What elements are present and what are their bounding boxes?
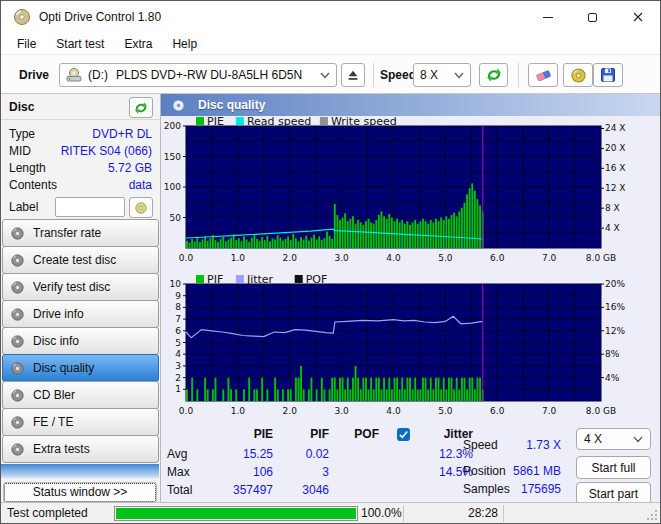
- svg-text:8%: 8%: [605, 349, 620, 359]
- svg-text:4.0: 4.0: [386, 253, 401, 263]
- svg-text:7.0: 7.0: [542, 253, 557, 263]
- progress-percent: 100.0%: [361, 506, 402, 520]
- svg-text:16 X: 16 X: [605, 163, 625, 173]
- position-stat-value: 5861 MB: [491, 464, 561, 479]
- speed-stat-value: 1.73 X: [491, 438, 561, 453]
- sidebar-item-label: FE / TE: [33, 415, 73, 429]
- disc-icon: [10, 388, 25, 403]
- svg-text:20 X: 20 X: [605, 143, 625, 153]
- svg-text:8: 8: [175, 302, 181, 312]
- window-title: Opti Drive Control 1.80: [39, 10, 161, 24]
- disc-icon: [10, 280, 25, 295]
- sidebar-item-label: Create test disc: [33, 253, 116, 267]
- label-input[interactable]: [55, 197, 125, 217]
- close-button[interactable]: [615, 1, 660, 33]
- svg-text:2.0: 2.0: [283, 406, 298, 416]
- speed-select[interactable]: 8 X: [413, 63, 471, 87]
- minimize-button[interactable]: [525, 1, 570, 33]
- max-pie: 106: [211, 465, 273, 480]
- svg-text:4 X: 4 X: [605, 223, 620, 233]
- sidebar-item-label: CD Bler: [33, 388, 75, 402]
- sidebar-item-transfer-rate[interactable]: Transfer rate: [2, 219, 159, 247]
- app-window: Opti Drive Control 1.80 File Start test …: [0, 0, 661, 524]
- status-window-button[interactable]: Status window >>: [4, 483, 156, 502]
- sidebar-item-label: Disc quality: [33, 361, 94, 375]
- erase-disc-button[interactable]: [528, 63, 558, 87]
- max-pif: 3: [279, 465, 329, 480]
- svg-text:200: 200: [164, 121, 181, 131]
- eject-button[interactable]: [341, 63, 365, 87]
- close-icon: [633, 12, 643, 22]
- disc-icon: [10, 253, 25, 268]
- svg-text:1: 1: [175, 384, 181, 394]
- svg-text:3: 3: [175, 361, 181, 371]
- sidebar-item-drive-info[interactable]: Drive info: [2, 300, 159, 328]
- svg-text:100: 100: [164, 182, 181, 192]
- svg-text:7: 7: [175, 314, 181, 324]
- svg-text:6.0: 6.0: [490, 406, 505, 416]
- sidebar-item-fe-te[interactable]: FE / TE: [2, 408, 159, 436]
- left-panel: Disc Type DVD+R DL MID RITEK S04 (066) L…: [1, 94, 161, 502]
- svg-text:8.0 GB: 8.0 GB: [586, 406, 616, 416]
- disc-icon: [10, 226, 25, 241]
- field-mid-value: RITEK S04 (066): [61, 144, 152, 158]
- svg-text:150: 150: [164, 152, 181, 162]
- main-header-title: Disc quality: [198, 98, 265, 112]
- speed-label: Speed: [380, 68, 416, 82]
- disc-quality-icon: [171, 98, 186, 113]
- field-mid: MID RITEK S04 (066): [9, 144, 152, 160]
- menu-extra[interactable]: Extra: [114, 35, 162, 53]
- sidebar-item-verify-test-disc[interactable]: Verify test disc: [2, 273, 159, 301]
- svg-text:3.0: 3.0: [334, 406, 349, 416]
- menu-start-test[interactable]: Start test: [46, 35, 114, 53]
- disc-icon: [134, 201, 148, 215]
- svg-text:50: 50: [170, 213, 182, 223]
- jitter-checkbox[interactable]: [397, 428, 410, 441]
- drive-icon: [66, 67, 82, 83]
- sidebar-item-disc-quality[interactable]: Disc quality: [2, 354, 159, 382]
- field-type: Type DVD+R DL: [9, 127, 152, 143]
- elapsed-time: 28:28: [411, 506, 498, 520]
- eject-icon: [346, 68, 360, 82]
- refresh-button[interactable]: [479, 63, 508, 87]
- drive-select[interactable]: (D:) PLDS DVD+-RW DU-8A5LH 6D5N: [59, 63, 337, 87]
- resize-grip[interactable]: [646, 509, 658, 521]
- stats-row-avg-label: Avg: [167, 447, 187, 462]
- maximize-button[interactable]: [570, 1, 615, 33]
- svg-text:16%: 16%: [605, 302, 625, 312]
- disc-icon: [10, 361, 25, 376]
- burn-disc-button[interactable]: [563, 63, 593, 87]
- svg-text:12 X: 12 X: [605, 183, 625, 193]
- app-disc-icon: [13, 8, 31, 26]
- total-pie: 357497: [211, 483, 273, 498]
- sidebar-item-extra-tests[interactable]: Extra tests: [2, 435, 159, 463]
- menu-bar: File Start test Extra Help: [1, 33, 660, 54]
- sidebar-item-create-test-disc[interactable]: Create test disc: [2, 246, 159, 274]
- test-speed-select[interactable]: 4 X: [576, 428, 651, 450]
- svg-text:5.0: 5.0: [438, 406, 453, 416]
- disc-refresh-button[interactable]: [129, 97, 153, 118]
- sidebar-item-disc-info[interactable]: Disc info: [2, 327, 159, 355]
- burn-disc-icon: [570, 67, 587, 84]
- sidebar-item-label: Verify test disc: [33, 280, 110, 294]
- svg-text:7.0: 7.0: [542, 406, 557, 416]
- pie-chart: 501001502004 X8 X12 X16 X20 X24 X0.01.02…: [161, 116, 661, 266]
- samples-stat-value: 175695: [491, 482, 561, 497]
- main-header: Disc quality: [161, 94, 660, 116]
- pif-chart: 123456789104%8%12%16%20%0.01.02.03.04.05…: [161, 266, 661, 416]
- svg-text:Write speed: Write speed: [331, 116, 397, 128]
- field-contents-value: data: [129, 178, 152, 192]
- progress-bar: [114, 506, 358, 521]
- disc-icon: [10, 334, 25, 349]
- sidebar-item-cd-bler[interactable]: CD Bler: [2, 381, 159, 409]
- save-button[interactable]: [593, 63, 623, 87]
- start-full-button[interactable]: Start full: [576, 456, 651, 479]
- menu-file[interactable]: File: [7, 35, 46, 53]
- max-pof: [333, 465, 379, 480]
- menu-help[interactable]: Help: [162, 35, 207, 53]
- label-disc-button[interactable]: [129, 197, 153, 218]
- svg-text:10: 10: [170, 279, 182, 289]
- sidebar-item-label: Disc info: [33, 334, 79, 348]
- svg-text:0.0: 0.0: [179, 406, 194, 416]
- field-length: Length 5.72 GB: [9, 161, 152, 177]
